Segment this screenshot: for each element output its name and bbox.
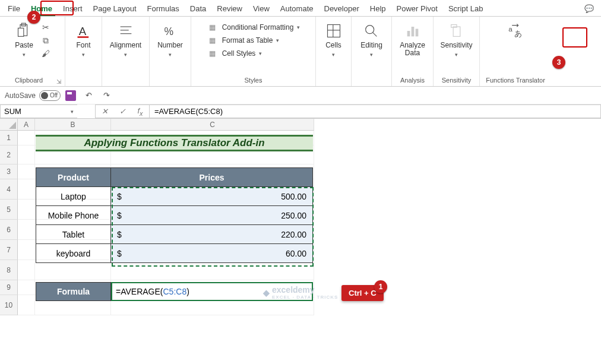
save-icon	[65, 90, 76, 101]
svg-rect-4	[77, 36, 88, 37]
currency: $	[117, 211, 122, 220]
svg-text:A: A	[78, 25, 86, 37]
table-row: Laptop $500.00	[36, 187, 313, 206]
autosave-label: AutoSave	[5, 91, 36, 100]
cell[interactable]	[18, 280, 35, 295]
cell[interactable]	[18, 200, 35, 220]
undo-button[interactable]: ↶	[81, 88, 96, 103]
cell[interactable]	[18, 260, 35, 280]
group-title-clipboard: Clipboard	[4, 75, 54, 85]
cell-product[interactable]: Laptop	[36, 187, 111, 206]
cell[interactable]	[18, 145, 35, 164]
tab-view[interactable]: View	[248, 2, 275, 15]
copy-button[interactable]: ⧉	[39, 34, 52, 46]
toggle-off-label: Off	[50, 92, 58, 99]
row-header[interactable]: 10	[0, 295, 18, 315]
editing-button[interactable]: Editing ▾	[358, 21, 385, 59]
format-as-table-button[interactable]: ▦ Format as Table ▾	[207, 34, 300, 46]
font-button[interactable]: A Font ▾	[73, 21, 94, 59]
row-header[interactable]: 8	[0, 260, 18, 280]
th-product: Product	[36, 168, 111, 187]
sensitivity-button[interactable]: Sensitivity ▾	[438, 21, 475, 59]
percent-icon: %	[162, 23, 179, 39]
functions-translator-button[interactable]: aあ	[505, 21, 526, 40]
tab-power-pivot[interactable]: Power Pivot	[391, 2, 443, 15]
svg-rect-14	[407, 31, 410, 36]
svg-rect-15	[411, 27, 414, 36]
redo-button[interactable]: ↷	[99, 88, 114, 103]
tab-automate[interactable]: Automate	[275, 2, 319, 15]
row-header[interactable]: 1	[0, 131, 18, 145]
tab-review[interactable]: Review	[211, 2, 248, 15]
toggle-switch[interactable]: Off	[39, 90, 61, 101]
formula-bar: SUM ▾ ✕ ✓ fx =AVERAGE(C5:C8)	[0, 105, 601, 119]
cells-button[interactable]: Cells ▾	[323, 21, 344, 59]
analyze-data-button[interactable]: Analyze Data	[396, 21, 429, 58]
clipboard-launcher[interactable]: ⇲	[56, 78, 61, 85]
tab-data[interactable]: Data	[185, 2, 211, 15]
cond-format-icon: ▦	[207, 23, 219, 32]
row-header[interactable]: 5	[0, 200, 18, 220]
cell-product[interactable]: Tablet	[36, 225, 111, 244]
group-number: % Number ▾ .	[150, 17, 191, 86]
editing-label: Editing	[360, 42, 382, 49]
cell[interactable]	[18, 240, 35, 260]
tab-help[interactable]: Help	[365, 2, 391, 15]
comments-icon[interactable]: 💬	[580, 2, 599, 15]
row-header[interactable]: 7	[0, 240, 18, 260]
enter-formula-button[interactable]: ✓	[113, 107, 131, 116]
group-editing: Editing ▾ .	[352, 17, 392, 86]
cell[interactable]	[18, 131, 35, 145]
row-header[interactable]: 6	[0, 220, 18, 240]
cell[interactable]	[35, 260, 111, 280]
insert-function-button[interactable]: fx	[131, 106, 149, 117]
cell-styles-button[interactable]: ▦ Cell Styles ▾	[207, 48, 300, 59]
group-cells: Cells ▾ .	[316, 17, 352, 86]
group-styles: ▦ Conditional Formatting ▾ ▦ Format as T…	[191, 17, 316, 86]
select-all-button[interactable]	[0, 119, 18, 131]
group-title-ft: Functions Translator	[486, 75, 545, 85]
cell[interactable]	[111, 260, 314, 280]
cell[interactable]	[18, 220, 35, 240]
cell-product[interactable]: Mobile Phone	[36, 206, 111, 225]
cell-price[interactable]: $500.00	[111, 187, 313, 206]
name-box[interactable]: SUM ▾	[0, 105, 77, 118]
cell-price[interactable]: $220.00	[111, 225, 313, 244]
chevron-down-icon: ▾	[82, 52, 85, 58]
autosave-toggle[interactable]: AutoSave Off	[5, 90, 61, 101]
paste-label: Paste	[15, 42, 33, 49]
cell-price[interactable]: $60.00	[111, 244, 313, 263]
cell[interactable]	[18, 179, 35, 200]
cell-product[interactable]: keyboard	[36, 244, 111, 263]
tab-file[interactable]: File	[2, 2, 26, 15]
save-button[interactable]	[63, 88, 78, 103]
row-header[interactable]: 4	[0, 179, 18, 200]
paste-button[interactable]: Paste ▾	[12, 21, 36, 59]
row-header[interactable]: 2	[0, 145, 18, 164]
conditional-formatting-button[interactable]: ▦ Conditional Formatting ▾	[207, 21, 300, 33]
format-painter-button[interactable]: 🖌	[39, 48, 52, 59]
cancel-formula-button[interactable]: ✕	[96, 107, 113, 116]
tab-formulas[interactable]: Formulas	[142, 2, 185, 15]
col-header-c[interactable]: C	[111, 119, 314, 131]
price-value: 60.00	[286, 249, 306, 258]
row-header[interactable]: 9	[0, 280, 18, 295]
col-header-b[interactable]: B	[35, 119, 111, 131]
col-header-a[interactable]: A	[18, 119, 35, 131]
cut-button[interactable]: ✂	[39, 21, 52, 33]
row-header[interactable]: 3	[0, 164, 18, 179]
svg-line-13	[373, 32, 377, 36]
formula-input[interactable]: =AVERAGE(C5:C8)	[149, 105, 601, 118]
cell-price[interactable]: $250.00	[111, 206, 313, 225]
tab-page-layout[interactable]: Page Layout	[88, 2, 142, 15]
cell[interactable]	[18, 295, 35, 315]
watermark-text: exceldemy	[272, 285, 315, 295]
currency: $	[117, 249, 122, 258]
tab-insert[interactable]: Insert	[58, 2, 88, 15]
tab-developer[interactable]: Developer	[319, 2, 365, 15]
alignment-button[interactable]: Alignment ▾	[107, 21, 144, 59]
tab-script-lab[interactable]: Script Lab	[443, 2, 489, 15]
cell[interactable]	[18, 164, 35, 179]
number-button[interactable]: % Number ▾	[155, 21, 185, 59]
quick-access-toolbar: AutoSave Off ↶ ↷	[0, 87, 601, 105]
